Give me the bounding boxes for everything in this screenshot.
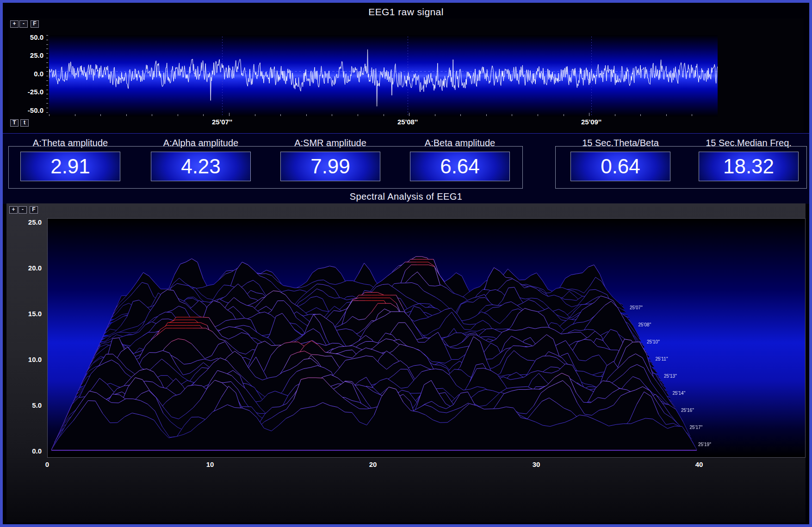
- x-tick-label: 25'07'': [201, 118, 243, 126]
- raw-signal-chart: + - F 50.0 25.0 0.0 -25.0 -50.0 25'07'' …: [8, 18, 804, 132]
- y-tick-label: 25.0: [18, 51, 43, 59]
- y-tick-label: 10.0: [17, 355, 42, 363]
- spectral-waterfall-plot[interactable]: [47, 218, 806, 458]
- y-tick-label: 50.0: [18, 33, 43, 41]
- y-tick-label: 15.0: [17, 310, 42, 318]
- x-tick-label: 30: [525, 460, 548, 468]
- x-tick-label: 20: [361, 460, 384, 468]
- x-tick-label: 0: [36, 460, 59, 468]
- metric-value-median-freq: 18.32: [699, 152, 799, 181]
- spectral-title: Spectral Analysis of EEG1: [3, 191, 809, 202]
- metric-value-theta: 2.91: [20, 152, 120, 181]
- y-tick-label: 0.0: [18, 70, 43, 78]
- metric-value-alpha: 4.23: [151, 152, 251, 181]
- raw-signal-title: EEG1 raw signal: [3, 6, 809, 18]
- spectral-analysis-chart: + - F 25.0 20.0 15.0 10.0 5.0 0.0 0 10 2…: [6, 203, 806, 522]
- x-tick-label: 25'08'': [387, 118, 428, 126]
- y-tick-label: -25.0: [18, 88, 43, 96]
- full-scale-button[interactable]: F: [30, 206, 38, 214]
- x-tick-label: 25'09'': [570, 118, 612, 126]
- y-tick-label: -50.0: [18, 106, 43, 114]
- time-scale-button[interactable]: t: [20, 119, 29, 127]
- x-tick-label: 10: [198, 460, 222, 468]
- raw-signal-plot[interactable]: [49, 35, 718, 116]
- full-scale-button[interactable]: F: [31, 20, 39, 28]
- y-tick-label: 5.0: [17, 401, 42, 409]
- y-axis-ticks: [46, 35, 48, 116]
- zoom-in-button[interactable]: +: [10, 20, 19, 28]
- metric-value-theta-beta: 0.64: [570, 152, 670, 181]
- metric-value-beta: 6.64: [410, 152, 510, 181]
- y-tick-label: 20.0: [17, 264, 42, 272]
- time-mode-button[interactable]: T: [10, 119, 19, 127]
- zoom-in-button[interactable]: +: [9, 206, 18, 214]
- eeg-monitor-window: EEG1 raw signal + - F 50.0 25.0 0.0 -25.…: [0, 0, 812, 527]
- x-tick-label: 40: [688, 460, 711, 468]
- zoom-out-button[interactable]: -: [19, 20, 28, 28]
- zoom-out-button[interactable]: -: [19, 206, 27, 214]
- y-tick-label: 25.0: [17, 218, 42, 226]
- y-tick-label: 0.0: [17, 447, 42, 455]
- metric-value-smr: 7.99: [280, 152, 380, 181]
